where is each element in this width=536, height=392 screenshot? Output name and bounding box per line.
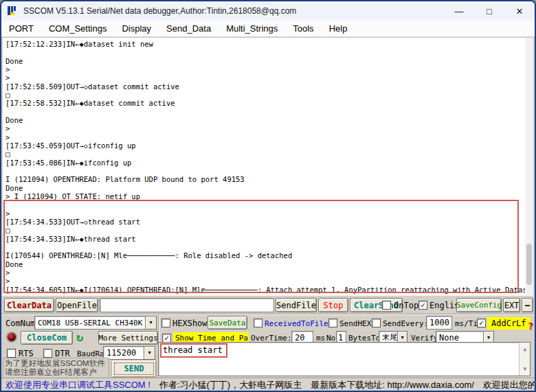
menu-port[interactable]: PORT [1,23,41,34]
status-download-url[interactable]: 最新版本下载地址: http://www.daxia.com/ [311,379,474,391]
send-every-checkbox[interactable] [372,319,381,327]
terminal-output[interactable]: [17:52:12.233]IN←◆dataset init new Done … [3,37,533,295]
status-welcome: 欢迎使用专业串口调试工具SSCOM ! [5,379,150,391]
send-button[interactable]: SEND [111,360,157,378]
com-num-label: ComNum [5,319,35,328]
add-crlf-checkbox[interactable] [477,319,486,327]
terminal-log-text: [17:52:12.233]IN←◆dataset init new Done … [3,38,533,294]
ext-button[interactable]: EXT [503,298,520,312]
menu-multi-strings[interactable]: Multi_Strings [219,23,285,34]
send-area-scrollbar[interactable]: ▲ ▼ [519,343,530,376]
english-checkbox[interactable] [418,301,427,310]
minimize-icon[interactable]: — [444,1,474,21]
menu-com-settings[interactable]: COM_Settings [41,23,115,34]
stop-button[interactable]: Stop [318,298,348,312]
send-interval-input[interactable]: 1000 [426,316,452,330]
dtr-checkbox[interactable] [43,349,52,358]
scroll-up-icon[interactable]: ▲ [520,344,531,354]
rts-checkbox[interactable] [7,349,16,358]
more-settings-button[interactable]: More Settings [98,331,158,345]
save-data-button[interactable]: SaveData [208,316,247,330]
file-path-input[interactable] [100,298,274,312]
help-icon[interactable]: ? [528,321,533,332]
promo-text: 为了更好地发展SSCOM软件 请您注册嘉立创F结尾客户 [3,358,109,378]
send-hex-checkbox[interactable] [328,319,337,327]
baud-rate-select[interactable]: 115200 [103,346,144,360]
send-hex-label: SendHEX [339,319,371,328]
scroll-down-icon[interactable]: ▼ [520,364,531,374]
menu-help[interactable]: Help [322,23,355,34]
close-icon[interactable]: ✕ [504,1,535,21]
refresh-icon[interactable]: ↻ [76,330,83,344]
sscom-window: SSCOM V5.13.1 Serial/Net data debugger,A… [0,0,536,392]
on-top-checkbox[interactable] [382,301,391,310]
window-controls: — □ ✕ [444,1,535,21]
add-crlf-label: AddCrLf [487,317,531,330]
promo-line-1: 为了更好地发展SSCOM软件 [5,359,107,368]
app-icon [7,5,18,16]
menu-tools[interactable]: Tools [285,23,321,34]
save-config-button[interactable]: SaveConfig [456,298,502,312]
com-status-led-icon [6,332,17,343]
window-title: SSCOM V5.13.1 Serial/Net data debugger,A… [23,6,296,16]
collapse-button[interactable]: — [522,298,533,312]
send-every-label: SendEvery: [383,319,428,328]
send-text-value: thread start [163,345,223,355]
com-port-chevron-down-icon[interactable]: ▼ [145,316,157,330]
menu-display[interactable]: Display [114,23,159,34]
send-file-button[interactable]: SendFile [276,298,317,312]
menu-bar: PORT COM_Settings Display Send_Data Mult… [1,21,535,37]
status-author: 作者:习小猛(丁丁)，大虾电子网版主 [159,379,302,391]
hex-show-label: HEXShow [172,319,208,328]
terminal-scrollbar-thumb[interactable] [526,244,532,285]
terminal-scrollbar[interactable] [525,38,533,295]
rts-label: RTS [19,349,34,358]
close-com-button[interactable]: CloseCom [21,331,73,345]
status-suggest: 欢迎提出您的建议! [483,379,535,391]
send-text-area[interactable]: thread start ▲ ▼ [158,342,531,376]
dtr-label: DTR [55,349,70,358]
baud-rate-chevron-down-icon[interactable]: ▼ [144,346,155,360]
menu-send-data[interactable]: Send_Data [159,23,219,34]
panel-divider-horizontal [1,314,535,315]
clear-data-button[interactable]: ClearData [4,298,54,312]
control-panel: ClearData OpenFile SendFile Stop ClearSe… [1,295,535,378]
hex-show-checkbox[interactable] [161,319,170,327]
received-to-file-label: ReceivedToFile [265,319,328,328]
open-file-button[interactable]: OpenFile [56,298,98,312]
maximize-icon[interactable]: □ [474,1,504,21]
com-port-select[interactable]: COM18 USB-SERIAL CH340K [34,316,146,330]
title-bar: SSCOM V5.13.1 Serial/Net data debugger,A… [1,1,535,21]
on-top-label: OnTop [394,301,418,310]
status-bar: 欢迎使用专业串口调试工具SSCOM ! 作者:习小猛(丁丁)，大虾电子网版主 最… [1,378,535,392]
promo-line-2: 请您注册嘉立创F结尾客户 [5,368,107,377]
received-to-file-checkbox[interactable] [254,319,263,327]
